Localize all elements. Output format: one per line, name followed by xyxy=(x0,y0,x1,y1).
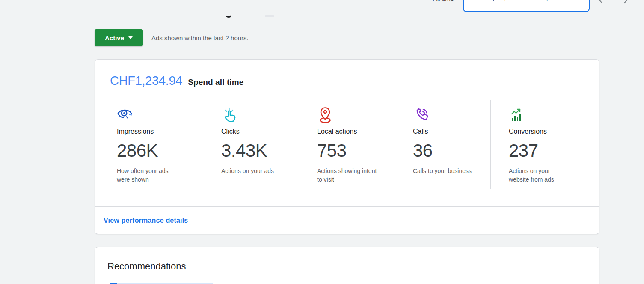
chevron-right-icon[interactable] xyxy=(620,0,631,5)
view-performance-details-link[interactable]: View performance details xyxy=(104,217,188,224)
spend-amount: CHF1,234.94 xyxy=(110,72,182,89)
bar-chart-growth-icon xyxy=(509,107,595,127)
click-hand-icon xyxy=(221,107,294,127)
performance-summary-card: CHF1,234.94 Spend all time Impressions 2… xyxy=(95,59,599,234)
metrics-row: Impressions 286K How often your ads were… xyxy=(95,100,599,189)
all-time-label: All time xyxy=(433,0,454,3)
metric-label: Impressions xyxy=(117,127,199,136)
truncated-heading-remnant xyxy=(225,12,232,18)
status-note: Ads shown within the last 2 hours. xyxy=(151,34,249,42)
metric-description: Calls to your business xyxy=(413,167,473,175)
metric-description: Actions showing intent to visit xyxy=(317,167,377,184)
metric-value: 286K xyxy=(117,141,199,161)
metric-value: 36 xyxy=(413,141,486,161)
spend-caption: Spend all time xyxy=(188,78,243,87)
progress-bar-track xyxy=(117,283,213,284)
metric-calls: Calls 36 Calls to your business xyxy=(395,100,490,189)
map-pin-icon xyxy=(317,107,390,127)
metric-label: Conversions xyxy=(509,127,595,136)
metric-value: 237 xyxy=(509,141,595,161)
metric-clicks: Clicks 3.43K Actions on your ads xyxy=(203,100,299,189)
chevron-left-icon[interactable] xyxy=(596,0,606,5)
eye-impressions-icon xyxy=(117,107,199,127)
metric-conversions: Conversions 237 Actions on your website … xyxy=(490,100,599,189)
metric-local-actions: Local actions 753 Actions showing intent… xyxy=(299,100,395,189)
metric-value: 3.43K xyxy=(221,141,294,161)
ad-status-dropdown-button[interactable]: Active xyxy=(95,29,143,46)
metric-label: Clicks xyxy=(221,127,294,136)
metric-description: Actions on your website from ads xyxy=(509,167,569,184)
truncated-divider-remnant xyxy=(265,15,274,17)
phone-calls-icon xyxy=(413,107,486,127)
metric-value: 753 xyxy=(317,141,390,161)
spend-summary: CHF1,234.94 Spend all time xyxy=(110,72,243,89)
ad-status-label: Active xyxy=(105,34,124,42)
date-range-picker[interactable]: Apr 9, 2024 - Oct 22, 2025 xyxy=(463,0,590,12)
date-range-value: Apr 9, 2024 - Oct 22, 2025 xyxy=(464,0,589,2)
recommendations-card: Recommendations xyxy=(95,247,599,284)
metric-description: How often your ads were shown xyxy=(117,167,177,184)
metric-impressions: Impressions 286K How often your ads were… xyxy=(95,100,203,189)
performance-card-footer: View performance details xyxy=(95,206,599,234)
metric-label: Local actions xyxy=(317,127,390,136)
metric-label: Calls xyxy=(413,127,486,136)
recommendations-title: Recommendations xyxy=(107,261,186,272)
metric-description: Actions on your ads xyxy=(221,167,281,175)
dropdown-caret-icon xyxy=(128,36,133,39)
